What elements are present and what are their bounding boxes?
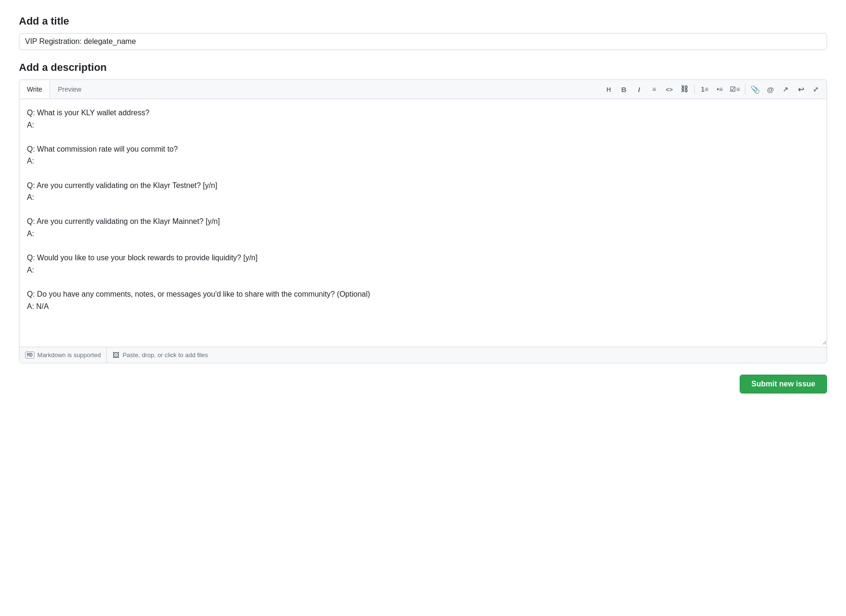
unordered-list-icon: •≡ [717, 86, 723, 93]
submit-new-issue-button[interactable]: Submit new issue [740, 375, 827, 394]
toolbar-separator-1 [694, 85, 695, 94]
attach-icon: 📎 [751, 85, 760, 94]
tab-write[interactable]: Write [19, 81, 50, 98]
heading-icon: H [606, 86, 611, 93]
mention-icon: @ [767, 86, 774, 94]
toolbar-icons: H B I ≡ <> ⛓ 1≡ [598, 80, 827, 99]
link-icon: ⛓ [681, 85, 688, 94]
attach-files-area[interactable]: 🖼 Paste, drop, or click to add files [107, 347, 214, 363]
editor-container: Write Preview H B I ≡ <> [19, 79, 827, 363]
description-section: Add a description Write Preview H B I ≡ [19, 61, 827, 363]
undo-icon: ↩ [798, 85, 804, 94]
bold-icon: B [622, 86, 627, 94]
tab-preview[interactable]: Preview [50, 81, 89, 98]
toolbar-code-btn[interactable]: <> [662, 83, 676, 96]
markdown-support-label: MD Markdown is supported [19, 348, 107, 362]
attach-files-text: Paste, drop, or click to add files [122, 351, 208, 359]
toolbar-separator-2 [745, 85, 745, 94]
description-textarea[interactable]: Q: What is your KLY wallet address? A: Q… [19, 99, 827, 345]
italic-icon: I [638, 86, 640, 94]
toolbar-task-list-btn[interactable]: ☑≡ [728, 83, 742, 96]
task-list-icon: ☑≡ [730, 86, 740, 93]
editor-footer: MD Markdown is supported 🖼 Paste, drop, … [19, 347, 827, 363]
ordered-list-icon: 1≡ [701, 86, 708, 93]
code-icon: <> [665, 86, 673, 93]
toolbar-heading-btn[interactable]: H [602, 83, 616, 96]
toolbar-italic-btn[interactable]: I [632, 83, 646, 96]
title-section-heading: Add a title [19, 15, 827, 27]
title-input[interactable] [19, 33, 827, 50]
toolbar-mention-btn[interactable]: @ [763, 83, 777, 96]
toolbar-quote-btn[interactable]: ≡ [647, 83, 661, 96]
markdown-support-text: Markdown is supported [37, 351, 101, 359]
toolbar-link-btn[interactable]: ⛓ [677, 83, 691, 96]
toolbar-attach-btn[interactable]: 📎 [748, 83, 762, 96]
submit-row: Submit new issue [19, 375, 827, 394]
toolbar-bold-btn[interactable]: B [617, 83, 631, 96]
description-section-heading: Add a description [19, 61, 827, 74]
image-icon: 🖼 [112, 351, 120, 359]
toolbar-ordered-list-btn[interactable]: 1≡ [698, 83, 712, 96]
toolbar-undo-btn[interactable]: ↩ [794, 83, 808, 96]
editor-tabs: Write Preview [19, 81, 89, 98]
reference-icon: ↗ [783, 86, 788, 93]
toolbar-unordered-list-btn[interactable]: •≡ [713, 83, 727, 96]
toolbar-fullscreen-btn[interactable]: ⤢ [809, 83, 823, 96]
editor-tabs-toolbar: Write Preview H B I ≡ <> [19, 80, 827, 99]
markdown-badge: MD [25, 351, 35, 359]
fullscreen-icon: ⤢ [813, 86, 819, 93]
quote-icon: ≡ [652, 86, 656, 93]
toolbar-reference-btn[interactable]: ↗ [778, 83, 793, 96]
